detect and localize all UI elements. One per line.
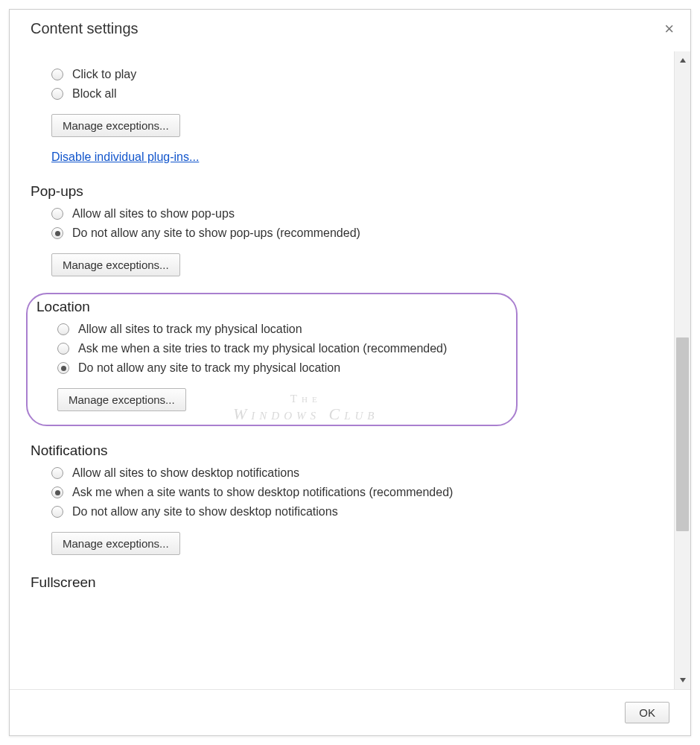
radio-icon [51, 88, 63, 100]
section-title-notifications: Notifications [31, 443, 669, 459]
radio-label: Block all [72, 87, 117, 101]
dialog-header: Content settings × [10, 10, 690, 43]
ok-button[interactable]: OK [625, 702, 669, 723]
radio-icon [51, 467, 63, 479]
scroll-up-icon[interactable] [675, 51, 690, 69]
section-location-highlight: Location Allow all sites to track my phy… [26, 293, 518, 426]
radio-icon [57, 362, 69, 374]
radio-popups-allow[interactable]: Allow all sites to show pop-ups [51, 207, 669, 221]
radio-label: Do not allow any site to show pop-ups (r… [72, 226, 360, 240]
radio-icon [51, 69, 63, 80]
radio-notifications-allow[interactable]: Allow all sites to show desktop notifica… [51, 466, 669, 480]
radio-icon [51, 506, 63, 518]
radio-icon [51, 208, 63, 220]
radio-label: Allow all sites to show pop-ups [72, 207, 235, 221]
manage-exceptions-button[interactable]: Manage exceptions... [51, 253, 180, 276]
radio-click-to-play[interactable]: Click to play [51, 68, 669, 81]
scrollbar[interactable] [674, 51, 690, 689]
content-body: Click to play Block all Manage exception… [10, 68, 690, 591]
radio-label: Do not allow any site to show desktop no… [72, 505, 338, 519]
section-popups: Pop-ups Allow all sites to show pop-ups … [31, 183, 669, 279]
content-settings-dialog: Content settings × Click to play Block a… [9, 9, 691, 736]
scrollbar-thumb[interactable] [676, 337, 689, 531]
radio-popups-block[interactable]: Do not allow any site to show pop-ups (r… [51, 226, 669, 240]
radio-label: Click to play [72, 68, 136, 81]
radio-icon [57, 323, 69, 335]
section-title-popups: Pop-ups [31, 183, 669, 200]
section-title-location: Location [36, 299, 503, 315]
radio-label: Do not allow any site to track my physic… [78, 361, 340, 375]
scroll-down-icon[interactable] [675, 671, 690, 689]
manage-exceptions-button[interactable]: Manage exceptions... [51, 532, 180, 555]
radio-notifications-ask[interactable]: Ask me when a site wants to show desktop… [51, 486, 669, 499]
radio-icon [51, 486, 63, 498]
radio-location-block[interactable]: Do not allow any site to track my physic… [57, 361, 503, 375]
section-title-fullscreen: Fullscreen [31, 574, 669, 591]
dialog-title: Content settings [31, 20, 139, 37]
scroll-area: Click to play Block all Manage exception… [10, 51, 690, 689]
radio-icon [51, 227, 63, 239]
scrollbar-track[interactable] [675, 69, 690, 671]
section-fullscreen: Fullscreen [31, 574, 669, 591]
disable-plugins-link[interactable]: Disable individual plug-ins... [51, 150, 199, 164]
manage-exceptions-button[interactable]: Manage exceptions... [51, 114, 180, 137]
radio-icon [57, 343, 69, 355]
radio-location-ask[interactable]: Ask me when a site tries to track my phy… [57, 342, 503, 355]
section-notifications: Notifications Allow all sites to show de… [31, 443, 669, 558]
radio-label: Allow all sites to show desktop notifica… [72, 466, 299, 480]
section-plugins: Click to play Block all Manage exception… [31, 68, 669, 167]
radio-notifications-block[interactable]: Do not allow any site to show desktop no… [51, 505, 669, 519]
close-icon[interactable]: × [664, 21, 674, 37]
radio-label: Ask me when a site tries to track my phy… [78, 342, 447, 355]
radio-location-allow[interactable]: Allow all sites to track my physical loc… [57, 323, 503, 336]
manage-exceptions-button[interactable]: Manage exceptions... [57, 388, 186, 411]
radio-block-all[interactable]: Block all [51, 87, 669, 101]
radio-label: Ask me when a site wants to show desktop… [72, 486, 453, 499]
radio-label: Allow all sites to track my physical loc… [78, 323, 302, 336]
dialog-footer: OK [10, 689, 690, 735]
